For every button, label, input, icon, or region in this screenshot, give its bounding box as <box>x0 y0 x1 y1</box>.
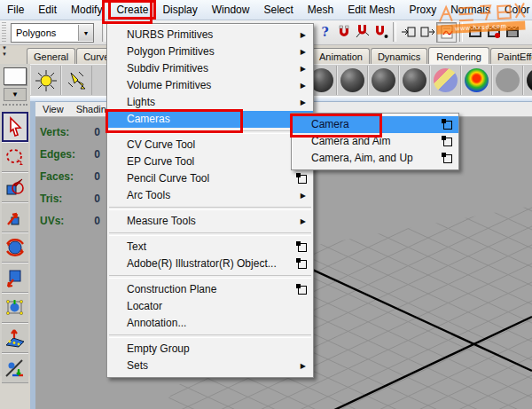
option-box-icon[interactable] <box>298 175 307 184</box>
menu-set-value: Polygons <box>12 28 78 38</box>
output-connections-icon[interactable] <box>418 23 436 42</box>
menu-window[interactable]: Window <box>205 1 257 19</box>
lambert-material-icon[interactable] <box>368 66 399 95</box>
ramp-shader-icon[interactable] <box>461 66 492 95</box>
snap-to-curves-icon[interactable] <box>353 23 372 42</box>
spot-light-icon[interactable] <box>61 66 92 95</box>
snap-to-grids-icon[interactable] <box>334 23 353 42</box>
hud-label: Edges: <box>40 148 84 161</box>
create-menu-item-measure-tools[interactable]: Measure Tools▶ <box>107 213 313 230</box>
option-box-icon[interactable] <box>443 138 452 146</box>
option-box-icon[interactable] <box>298 286 307 295</box>
material-sphere <box>434 68 458 92</box>
menu-item-label: Arc Tools <box>127 189 170 201</box>
menu-mesh[interactable]: Mesh <box>301 1 340 19</box>
help-icon[interactable]: ? <box>316 23 334 42</box>
menu-set-dropdown[interactable]: Polygons ▼ <box>11 23 94 43</box>
maya-window: FileEditModifyCreateDisplayWindowSelectM… <box>0 0 532 409</box>
menu-item-label: Construction Plane <box>127 283 216 295</box>
material-sphere <box>527 68 532 92</box>
soft-modification-tool[interactable] <box>2 323 28 353</box>
shelf-tab-dynamics[interactable]: Dynamics <box>371 48 427 64</box>
shelf-tab-general[interactable]: General <box>27 48 75 64</box>
shelf-tab-rendering[interactable]: Rendering <box>428 47 489 65</box>
submenu-arrow-icon: ▶ <box>301 60 306 77</box>
shelf-tab-painteffects[interactable]: PaintEffects <box>490 48 532 64</box>
scale-tool[interactable] <box>2 263 28 293</box>
menu-normals[interactable]: Normals <box>443 1 497 19</box>
move-tool[interactable] <box>2 202 28 232</box>
menu-separator <box>109 232 311 236</box>
blinn-material-icon[interactable] <box>337 66 368 95</box>
status-line-grip[interactable] <box>2 22 6 42</box>
create-menu-item-empty-group[interactable]: Empty Group <box>107 341 313 358</box>
create-menu-item-subdiv-primitives[interactable]: Subdiv Primitives▶ <box>107 60 313 77</box>
viewport-menu-view[interactable]: View <box>43 104 64 114</box>
option-box-icon[interactable] <box>443 154 452 163</box>
create-menu-item-sets[interactable]: Sets▶ <box>107 358 313 374</box>
create-menu-item-ep-curve-tool[interactable]: EP Curve Tool <box>107 153 313 170</box>
option-box-icon[interactable] <box>298 260 307 269</box>
menu-select[interactable]: Select <box>256 1 300 19</box>
create-menu-item-annotation[interactable]: Annotation... <box>107 315 313 332</box>
layout-dropdown-button[interactable]: ▼ <box>4 88 27 101</box>
create-menu-item-cameras[interactable]: Cameras▶ <box>107 111 313 128</box>
show-manipulator-tool[interactable] <box>2 353 28 383</box>
single-pane-layout-button[interactable] <box>4 67 27 85</box>
chevron-down-icon[interactable]: ▼ <box>78 25 93 41</box>
create-menu-item-adobe-r-illustrator-r-object[interactable]: Adobe(R) Illustrator(R) Object... <box>107 256 313 272</box>
paint-select-tool[interactable] <box>2 172 28 202</box>
create-menu-item-construction-plane[interactable]: Construction Plane <box>107 281 313 298</box>
universal-manipulator-tool[interactable] <box>2 293 28 323</box>
render-settings-icon[interactable] <box>503 23 521 42</box>
point-light-icon[interactable] <box>30 66 61 95</box>
viewport-border <box>30 101 35 409</box>
menu-create[interactable]: Create <box>109 1 155 19</box>
snap-to-points-icon[interactable] <box>372 23 390 42</box>
menu-file[interactable]: File <box>0 1 31 19</box>
create-menu-item-pencil-curve-tool[interactable]: Pencil Curve Tool <box>107 170 313 187</box>
menu-item-label: Text <box>127 240 146 253</box>
create-menu-item-polygon-primitives[interactable]: Polygon Primitives▶ <box>107 43 313 60</box>
construction-history-icon[interactable] <box>436 22 457 43</box>
shelf-menu-arrow-icon[interactable]: ▼▼ <box>1 45 8 63</box>
menu-proxy[interactable]: Proxy <box>403 1 444 19</box>
phong-material-icon[interactable] <box>399 66 430 95</box>
submenu-arrow-icon: ▶ <box>301 213 306 230</box>
toolbox-divider <box>3 104 27 111</box>
hud-row: Faces:0 <box>40 165 100 187</box>
create-menu-item-locator[interactable]: Locator <box>107 298 313 315</box>
create-menu-item-lights[interactable]: Lights▶ <box>107 94 313 111</box>
submenu-item-camera[interactable]: Camera <box>292 116 458 133</box>
menu-edit-mesh[interactable]: Edit Mesh <box>340 1 402 19</box>
status-line-icons: ? <box>316 22 521 42</box>
create-menu-item-nurbs-primitives[interactable]: NURBS Primitives▶ <box>107 27 313 43</box>
submenu-item-camera-and-aim[interactable]: Camera and Aim <box>292 133 458 150</box>
ipr-render-icon[interactable] <box>484 23 503 42</box>
create-menu-item-volume-primitives[interactable]: Volume Primitives▶ <box>107 77 313 94</box>
hud-row: Edges:0 <box>40 143 100 165</box>
hud-value: 0 <box>84 148 100 161</box>
submenu-arrow-icon: ▶ <box>301 94 306 111</box>
create-menu-item-arc-tools[interactable]: Arc Tools▶ <box>107 187 313 204</box>
option-box-icon[interactable] <box>298 243 307 252</box>
select-tool[interactable] <box>2 112 28 142</box>
rotate-tool[interactable] <box>2 232 28 263</box>
menu-display[interactable]: Display <box>155 1 204 19</box>
render-current-frame-icon[interactable] <box>466 23 484 42</box>
shading-map-icon[interactable] <box>492 66 523 95</box>
menu-color[interactable]: Color <box>497 1 532 19</box>
layered-shader-icon[interactable] <box>430 66 461 95</box>
menu-edit[interactable]: Edit <box>31 1 64 19</box>
input-connections-icon[interactable] <box>399 23 418 42</box>
create-menu-item-text[interactable]: Text <box>107 239 313 256</box>
submenu-item-camera-aim-and-up[interactable]: Camera, Aim, and Up <box>292 150 458 167</box>
cameras-submenu: CameraCamera and AimCamera, Aim, and Up <box>291 113 459 170</box>
viewport-menu-shadin[interactable]: Shadin <box>76 104 106 114</box>
surface-shader-icon[interactable] <box>523 66 532 95</box>
lasso-select-tool[interactable] <box>2 142 28 172</box>
menu-modify[interactable]: Modify <box>64 1 109 19</box>
shelf-tab-animation[interactable]: Animation <box>312 48 370 64</box>
option-box-icon[interactable] <box>443 121 452 130</box>
create-menu-item-cv-curve-tool[interactable]: CV Curve Tool <box>107 137 313 153</box>
